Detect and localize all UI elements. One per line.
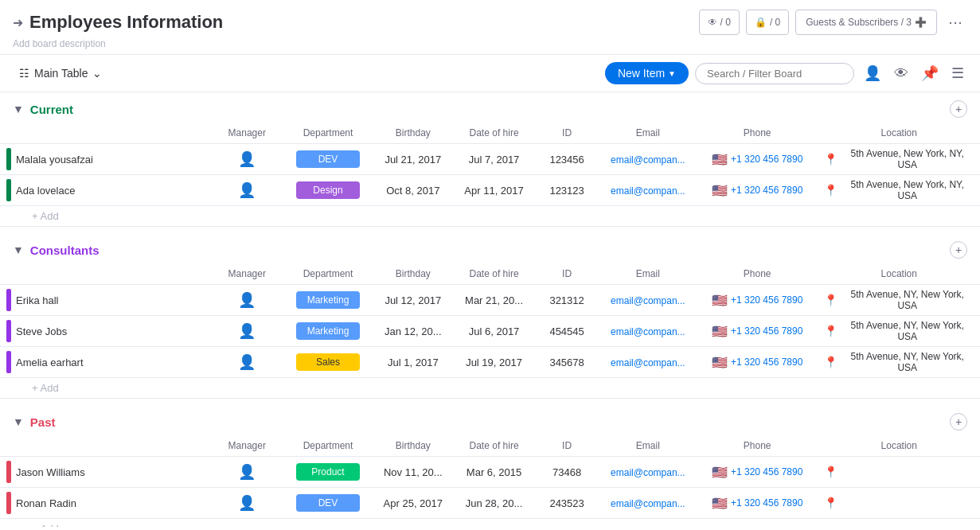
cell-dept-consultants-1[interactable]: Marketing — [283, 316, 373, 347]
lock-count-button[interactable]: 🔒 / 0 — [746, 10, 789, 35]
cell-email-past-1[interactable]: email@compan... — [599, 488, 697, 519]
add-row-current[interactable]: + Add — [0, 206, 980, 227]
cell-location-past-1: 📍 — [818, 488, 980, 519]
cell-phone-past-1: 🇺🇸+1 320 456 7890 — [697, 488, 818, 519]
cell-manager-past-0[interactable]: 👤 — [211, 457, 284, 488]
group-title-past[interactable]: Past — [30, 415, 56, 429]
row-name: Jason Williams — [16, 466, 85, 478]
table-row: Erika hall💬👤MarketingJul 12, 2017Mar 21,… — [0, 285, 980, 316]
pin-button[interactable]: 📌 — [918, 61, 942, 85]
th-phone-consultants: Phone — [697, 263, 818, 285]
group-title-consultants[interactable]: Consultants — [30, 244, 100, 257]
email-link[interactable]: email@compan... — [611, 185, 685, 197]
share-icon[interactable]: ➜ — [13, 15, 23, 30]
eye-count-button[interactable]: 👁 / 0 — [699, 10, 740, 35]
th-department-consultants: Department — [283, 263, 373, 285]
add-item-button[interactable]: + Add — [32, 210, 59, 222]
th-manager-consultants: Manager — [211, 263, 284, 285]
cell-email-consultants-1[interactable]: email@compan... — [599, 316, 697, 347]
group-toggle-consultants[interactable]: ▼ — [13, 244, 24, 256]
cell-dept-consultants-0[interactable]: Marketing — [283, 285, 373, 316]
cell-dept-past-0[interactable]: Product — [283, 457, 373, 488]
filter-button[interactable]: ☰ — [948, 61, 967, 85]
cell-manager-consultants-2[interactable]: 👤 — [211, 347, 284, 378]
email-link[interactable]: email@compan... — [611, 467, 685, 478]
group-add-button-past[interactable]: + — [950, 413, 967, 431]
cell-id-past-1: 243523 — [534, 488, 599, 519]
email-link[interactable]: email@compan... — [611, 154, 685, 166]
cell-name-current-1: Ada lovelace💬 — [0, 175, 211, 206]
main-table-button[interactable]: ☷ Main Table ⌄ — [13, 64, 108, 83]
board-description[interactable]: Add board description — [13, 37, 967, 51]
cell-birthday-current-0: Jul 21, 2017 — [373, 144, 454, 175]
add-item-button[interactable]: + Add — [32, 523, 59, 527]
email-link[interactable]: email@compan... — [611, 326, 685, 337]
table-wrapper-past: ManagerDepartmentBirthdayDate of hireIDE… — [0, 435, 980, 527]
header-top-row: ➜ Employees Information 👁 / 0 🔒 / 0 Gues… — [13, 10, 967, 35]
cell-email-current-0[interactable]: email@compan... — [599, 144, 697, 175]
color-bar — [6, 492, 11, 514]
th-birthday-current: Birthday — [373, 123, 454, 144]
search-input[interactable] — [695, 63, 854, 84]
group-add-button-consultants[interactable]: + — [950, 241, 967, 259]
email-link[interactable]: email@compan... — [611, 498, 685, 509]
add-item-button[interactable]: + Add — [32, 382, 59, 394]
cell-phone-consultants-1: 🇺🇸+1 320 456 7890 — [697, 316, 818, 347]
group-title-current[interactable]: Current — [30, 103, 73, 116]
add-row-consultants[interactable]: + Add — [0, 378, 980, 399]
cell-phone-consultants-0: 🇺🇸+1 320 456 7890 — [697, 285, 818, 316]
cell-id-current-0: 123456 — [534, 144, 599, 175]
cell-email-past-0[interactable]: email@compan... — [599, 457, 697, 488]
cell-phone-current-0: 🇺🇸+1 320 456 7890 — [697, 144, 818, 175]
cell-location-current-0: 📍5th Avenue, New York, NY, USA — [818, 144, 980, 175]
email-link[interactable]: email@compan... — [611, 295, 685, 306]
cell-hire-past-0: Mar 6, 2015 — [454, 457, 535, 488]
group-past: ▼Past+ManagerDepartmentBirthdayDate of h… — [0, 405, 980, 527]
location-pin-icon: 📍 — [824, 153, 837, 166]
cell-dept-consultants-2[interactable]: Sales — [283, 347, 373, 378]
phone-number: +1 320 456 7890 — [731, 154, 802, 165]
cell-manager-current-0[interactable]: 👤 — [211, 144, 284, 175]
location-pin-icon: 📍 — [824, 294, 837, 306]
email-link[interactable]: email@compan... — [611, 357, 685, 368]
th-birthday-consultants: Birthday — [373, 263, 454, 285]
group-toggle-current[interactable]: ▼ — [13, 103, 24, 115]
more-options-button[interactable]: ⋯ — [943, 10, 967, 35]
color-bar — [6, 289, 11, 311]
th-date-of-hire-past: Date of hire — [454, 435, 535, 457]
location-text: 5th Avenue, NY, New York, USA — [841, 320, 974, 342]
cell-dept-current-0[interactable]: DEV — [283, 144, 373, 175]
add-row-past[interactable]: + Add — [0, 519, 980, 528]
cell-phone-past-0: 🇺🇸+1 320 456 7890 — [697, 457, 818, 488]
th-manager-past: Manager — [211, 435, 284, 457]
group-toggle-past[interactable]: ▼ — [13, 415, 24, 428]
th-phone-past: Phone — [697, 435, 818, 457]
cell-email-consultants-2[interactable]: email@compan... — [599, 347, 697, 378]
group-consultants: ▼Consultants+ManagerDepartmentBirthdayDa… — [0, 233, 980, 399]
cell-birthday-past-1: Apr 25, 2017 — [373, 488, 454, 519]
location-text: 5th Avenue, New York, NY, USA — [841, 179, 974, 201]
table-icon: ☷ — [19, 67, 29, 80]
new-item-button[interactable]: New Item ▼ — [605, 62, 689, 84]
dept-badge: Product — [296, 463, 360, 481]
cell-manager-consultants-0[interactable]: 👤 — [211, 285, 284, 316]
color-bar — [6, 148, 11, 170]
cell-email-consultants-0[interactable]: email@compan... — [599, 285, 697, 316]
title-area: ➜ Employees Information — [13, 12, 223, 33]
dept-badge: Marketing — [296, 322, 360, 340]
group-add-button-current[interactable]: + — [950, 100, 967, 118]
cell-manager-current-1[interactable]: 👤 — [211, 175, 284, 206]
guests-label: Guests & Subscribers / 3 — [806, 17, 912, 28]
person-filter-button[interactable]: 👤 — [861, 61, 884, 85]
th-location-past: Location — [818, 435, 980, 457]
location-text: 5th Avenue, NY, New York, USA — [841, 289, 974, 311]
eye-filter-button[interactable]: 👁 — [891, 62, 912, 85]
cell-email-current-1[interactable]: email@compan... — [599, 175, 697, 206]
cell-dept-current-1[interactable]: Design — [283, 175, 373, 206]
flag-icon: 🇺🇸 — [712, 355, 728, 370]
guests-button[interactable]: Guests & Subscribers / 3 ➕ — [795, 10, 937, 35]
cell-manager-consultants-1[interactable]: 👤 — [211, 316, 284, 347]
cell-manager-past-1[interactable]: 👤 — [211, 488, 284, 519]
flag-icon: 🇺🇸 — [712, 496, 728, 511]
cell-dept-past-1[interactable]: DEV — [283, 488, 373, 519]
